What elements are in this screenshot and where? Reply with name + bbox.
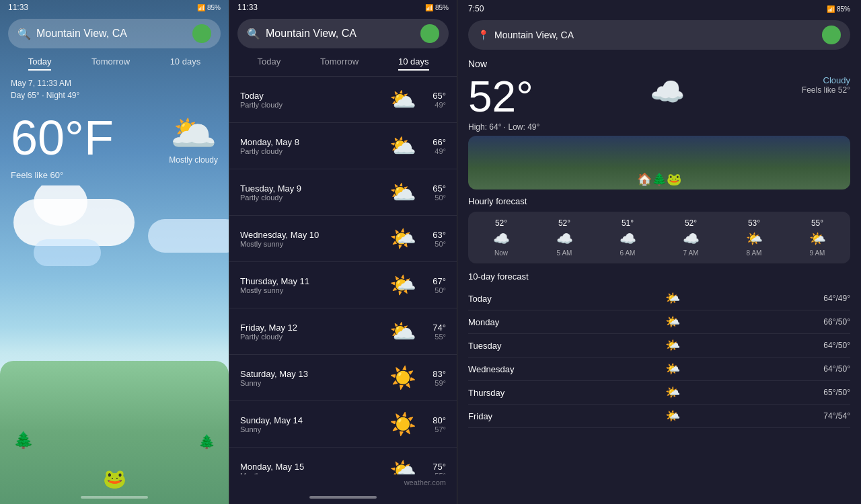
forecast-day-info: Today Partly cloudy bbox=[240, 91, 387, 109]
panel2-home-bar bbox=[309, 496, 377, 499]
tenday-icon: 🌤️ bbox=[663, 291, 683, 306]
panel2-tab-tendays[interactable]: 10 days bbox=[398, 56, 429, 71]
forecast-day-name: Thursday, May 11 bbox=[240, 276, 387, 286]
panel3-green-dot[interactable] bbox=[822, 26, 841, 44]
panel2-tab-tomorrow[interactable]: Tomorrow bbox=[320, 56, 359, 71]
panel3-big-temp: 52° bbox=[468, 75, 533, 118]
panel3-status-bar: 7:50 📶 85% bbox=[457, 0, 861, 17]
panel1-tab-tendays[interactable]: 10 days bbox=[170, 56, 201, 71]
panel2-forecast-row: Wednesday, May 10 Mostly sunny 🌤️ 63° 50… bbox=[229, 216, 457, 262]
forecast-weather-icon: ⛅ bbox=[387, 315, 419, 347]
panel1-home-indicator bbox=[0, 491, 229, 504]
panel1-location-text: Mountain View, CA bbox=[36, 28, 127, 40]
forecast-day-condition: Partly cloudy bbox=[240, 147, 387, 155]
panel3-tenday-section: 10-day forecast Today 🌤️ 64°/49° Monday … bbox=[457, 266, 861, 504]
illustration-cloud2 bbox=[148, 219, 229, 253]
tenday-day: Wednesday bbox=[468, 364, 522, 374]
hourly-item: 53° 🌤️ 8 AM bbox=[724, 218, 784, 257]
panel3-current-weather: 52° ☁️ Cloudy Feels like 52° bbox=[457, 73, 861, 121]
panel2-forecast-row: Thursday, May 11 Mostly sunny 🌤️ 67° 50° bbox=[229, 262, 457, 308]
forecast-day-condition: Partly cloudy bbox=[240, 194, 387, 202]
tenday-day: Friday bbox=[468, 411, 522, 421]
panel1-feels-like: Feels like 60° bbox=[0, 170, 229, 185]
tenday-temps: 64°/50° bbox=[823, 364, 850, 374]
panel2-forecast-row: Saturday, May 13 Sunny ☀️ 83° 59° bbox=[229, 355, 457, 401]
tenday-icon: 🌤️ bbox=[663, 314, 683, 329]
panel2-time: 11:33 bbox=[237, 3, 258, 12]
tenday-icon: 🌤️ bbox=[663, 362, 683, 376]
forecast-day-condition: Partly cloudy bbox=[240, 333, 387, 341]
panel1-tab-tomorrow[interactable]: Tomorrow bbox=[91, 56, 130, 71]
panel1-status-icons: 📶 85% bbox=[197, 4, 221, 11]
forecast-high: 75° bbox=[419, 462, 446, 472]
forecast-high: 67° bbox=[419, 276, 446, 286]
panel2-tab-today[interactable]: Today bbox=[257, 56, 280, 71]
panel1-weather-icon: 🌥️ bbox=[169, 111, 218, 155]
panel3-hourly-scroll: 52° ☁️ Now 52° ☁️ 5 AM 51° ☁️ 6 AM 52° ☁… bbox=[468, 212, 850, 263]
forecast-day-info: Monday, May 15 Mostly sunny bbox=[240, 462, 387, 475]
panel3-now-section: Now bbox=[457, 52, 861, 73]
forecast-high: 83° bbox=[419, 369, 446, 379]
forecast-low: 55° bbox=[419, 333, 446, 341]
hourly-time: 7 AM bbox=[683, 249, 699, 257]
tenday-temps: 65°/50° bbox=[823, 388, 850, 397]
forecast-day-name: Saturday, May 13 bbox=[240, 369, 387, 379]
forecast-high: 63° bbox=[419, 230, 446, 240]
panel1-weather-desc: Mostly cloudy bbox=[169, 155, 218, 165]
forecast-day-condition: Sunny bbox=[240, 379, 387, 387]
forecast-low: 49° bbox=[419, 101, 446, 109]
panel3-location-text: Mountain View, CA bbox=[494, 30, 574, 40]
panel1-phone: 11:33 📶 85% 🔍 Mountain View, CA Today To… bbox=[0, 0, 229, 504]
panel2-battery: 85% bbox=[435, 4, 449, 11]
forecast-day-info: Thursday, May 11 Mostly sunny bbox=[240, 276, 387, 294]
hourly-temp: 52° bbox=[685, 218, 697, 228]
panel1-illustration: 🐸 🌲 🌲 bbox=[0, 185, 229, 504]
forecast-day-info: Tuesday, May 9 Partly cloudy bbox=[240, 183, 387, 202]
panel2-search-icon: 🔍 bbox=[247, 28, 260, 40]
panel2-forecast-row: Today Partly cloudy ⛅ 65° 49° bbox=[229, 77, 457, 123]
location-pin-icon: 📍 bbox=[478, 30, 489, 40]
panel1-home-bar bbox=[81, 496, 148, 499]
hourly-icon: ☁️ bbox=[683, 230, 700, 247]
panel3-status-icons: 📶 85% bbox=[827, 5, 850, 13]
forecast-temps: 65° 50° bbox=[419, 183, 446, 202]
illustration-tree2: 🌲 bbox=[198, 433, 215, 450]
forecast-temps: 80° 57° bbox=[419, 415, 446, 433]
panel1-search-bar[interactable]: 🔍 Mountain View, CA bbox=[8, 19, 221, 48]
hourly-icon: ☁️ bbox=[556, 230, 573, 247]
forecast-low: 59° bbox=[419, 379, 446, 387]
panel2-search-bar[interactable]: 🔍 Mountain View, CA bbox=[237, 19, 449, 48]
tenday-row: Friday 🌤️ 74°/54° bbox=[468, 405, 850, 428]
panel2-green-dot[interactable] bbox=[420, 24, 439, 43]
panel2-tabs: Today Tomorrow 10 days bbox=[229, 52, 457, 77]
panel1-tab-today[interactable]: Today bbox=[28, 56, 52, 71]
hourly-icon: 🌤️ bbox=[746, 230, 763, 247]
panel2-forecast-row: Tuesday, May 9 Partly cloudy ⛅ 65° 50° bbox=[229, 169, 457, 216]
hourly-time: Now bbox=[494, 249, 508, 257]
panel3-battery: 85% bbox=[837, 5, 850, 13]
forecast-weather-icon: ⛅ bbox=[387, 83, 419, 116]
forecast-day-name: Monday, May 8 bbox=[240, 137, 387, 147]
panel3-widget: 7:50 📶 85% 📍 Mountain View, CA Now 52° ☁… bbox=[457, 0, 861, 504]
forecast-high: 65° bbox=[419, 183, 446, 194]
panel2-home-indicator bbox=[229, 491, 457, 504]
forecast-day-name: Tuesday, May 9 bbox=[240, 183, 387, 194]
forecast-high: 66° bbox=[419, 137, 446, 147]
panel1-green-dot[interactable] bbox=[192, 24, 211, 43]
panel3-location-bar[interactable]: 📍 Mountain View, CA bbox=[468, 20, 850, 50]
forecast-day-name: Monday, May 15 bbox=[240, 462, 387, 472]
tenday-icon: 🌤️ bbox=[663, 409, 683, 423]
tenday-day: Monday bbox=[468, 317, 522, 327]
forecast-temps: 65° 49° bbox=[419, 91, 446, 109]
forecast-weather-icon: 🌤️ bbox=[387, 222, 419, 255]
forecast-high: 80° bbox=[419, 415, 446, 425]
hourly-time: 8 AM bbox=[747, 249, 762, 257]
forecast-weather-icon: ☀️ bbox=[387, 362, 419, 394]
tenday-row: Tuesday 🌤️ 64°/50° bbox=[468, 334, 850, 358]
search-icon: 🔍 bbox=[17, 28, 31, 40]
panel3-condition: Cloudy bbox=[802, 75, 850, 85]
forecast-weather-icon: 🌤️ bbox=[387, 269, 419, 301]
forecast-day-condition: Sunny bbox=[240, 425, 387, 433]
panel3-time: 7:50 bbox=[468, 4, 484, 13]
tenday-temps: 64°/50° bbox=[823, 341, 850, 350]
